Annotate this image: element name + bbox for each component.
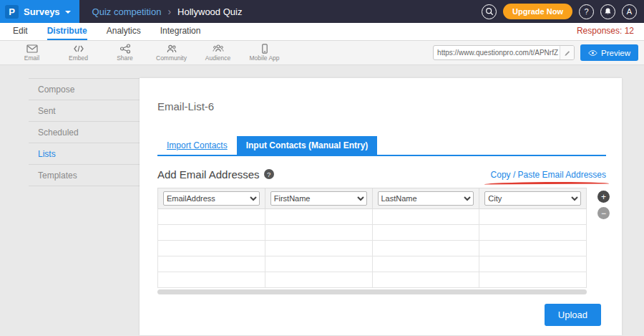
sidebar-item-templates[interactable]: Templates	[29, 165, 140, 186]
tool-share[interactable]: Share	[102, 44, 148, 62]
tool-label: Email	[24, 54, 39, 62]
survey-navbar: Edit Distribute Analytics Integration Re…	[0, 23, 644, 41]
contact-cell[interactable]	[265, 209, 372, 225]
contact-cell[interactable]	[372, 256, 479, 272]
table-row	[158, 209, 587, 225]
annotation-underline	[484, 181, 609, 184]
table-row	[158, 241, 587, 256]
copy-paste-link[interactable]: Copy / Paste Email Addresses	[491, 170, 606, 180]
help-icon[interactable]: ?	[264, 169, 274, 179]
add-column-button[interactable]: +	[597, 191, 610, 203]
table-row	[158, 256, 587, 272]
row-controls: + −	[597, 188, 610, 219]
contact-cell[interactable]	[158, 256, 265, 272]
contact-cell[interactable]	[479, 225, 587, 241]
column-select-lastname[interactable]: LastName	[378, 191, 474, 206]
upload-row: Upload	[545, 304, 601, 326]
remove-column-button[interactable]: −	[597, 207, 610, 219]
contact-cell[interactable]	[479, 256, 587, 272]
contact-cell[interactable]	[265, 256, 372, 272]
preview-button[interactable]: Preview	[580, 44, 638, 61]
tab-integration[interactable]: Integration	[160, 26, 201, 40]
tab-analytics[interactable]: Analytics	[107, 26, 141, 40]
contact-cell[interactable]	[479, 241, 587, 256]
sidebar-item-sent[interactable]: Sent	[29, 100, 140, 122]
contacts-table-area: EmailAddress FirstName LastName City	[157, 188, 606, 294]
tool-community[interactable]: Community	[148, 44, 195, 62]
contact-cell[interactable]	[265, 272, 372, 288]
surveys-menu[interactable]: P Surveys	[0, 0, 79, 23]
product-name: Surveys	[24, 6, 60, 17]
column-mapping-row: EmailAddress FirstName LastName City	[158, 188, 587, 209]
toolbar-right: https://www.questionpro.com/t/APNrfZ Pre…	[433, 44, 644, 61]
breadcrumb: Quiz competition › Hollywood Quiz	[92, 6, 243, 17]
bell-icon	[604, 7, 612, 16]
sidebar-item-scheduled[interactable]: Scheduled	[29, 122, 140, 143]
tool-label: Share	[117, 54, 133, 62]
tool-email[interactable]: Email	[9, 44, 55, 62]
help-button[interactable]: ?	[579, 4, 594, 19]
breadcrumb-current: Hollywood Quiz	[177, 6, 242, 17]
upgrade-button[interactable]: Upgrade Now	[503, 4, 572, 19]
contact-cell[interactable]	[372, 241, 479, 256]
breadcrumb-separator: ›	[167, 6, 171, 17]
contact-cell[interactable]	[372, 272, 479, 288]
tab-input-contacts-manual[interactable]: Input Contacts (Manual Entry)	[237, 136, 378, 155]
column-select-email[interactable]: EmailAddress	[163, 191, 260, 206]
contact-cell[interactable]	[265, 241, 372, 256]
tool-embed[interactable]: Embed	[55, 44, 102, 62]
contact-cell[interactable]	[479, 272, 587, 288]
embed-icon	[73, 44, 84, 54]
search-button[interactable]	[482, 4, 497, 19]
chevron-down-icon	[65, 11, 71, 14]
contact-cell[interactable]	[158, 209, 265, 225]
column-select-city[interactable]: City	[484, 191, 581, 206]
column-select-firstname[interactable]: FirstName	[270, 191, 367, 206]
edit-url-button[interactable]	[560, 46, 574, 59]
contact-cell[interactable]	[479, 209, 587, 225]
sidebar-item-compose[interactable]: Compose	[29, 79, 140, 100]
tool-label: Mobile App	[249, 54, 279, 62]
content-area: Compose Sent Scheduled Lists Templates E…	[0, 65, 644, 335]
contact-cell[interactable]	[158, 225, 265, 241]
breadcrumb-survey-link[interactable]: Quiz competition	[92, 6, 162, 17]
contact-cell[interactable]	[158, 272, 265, 288]
email-icon	[26, 44, 38, 54]
lists-panel: Email-List-6 Import Contacts Input Conta…	[140, 78, 622, 335]
eye-icon	[588, 49, 597, 57]
contacts-tabs: Import Contacts Input Contacts (Manual E…	[157, 136, 606, 156]
contact-cell[interactable]	[265, 225, 372, 241]
avatar[interactable]: A	[622, 4, 637, 19]
contacts-table: EmailAddress FirstName LastName City	[157, 188, 587, 288]
page-title: Email-List-6	[157, 78, 606, 112]
notifications-button[interactable]	[600, 4, 615, 19]
contact-cell[interactable]	[372, 209, 479, 225]
survey-url-box: https://www.questionpro.com/t/APNrfZ	[433, 45, 575, 60]
tab-edit[interactable]: Edit	[13, 26, 28, 40]
tool-label: Community	[156, 54, 187, 62]
tool-label: Audience	[205, 54, 230, 62]
tool-audience[interactable]: Audience	[195, 44, 241, 62]
audience-icon	[213, 44, 224, 54]
preview-label: Preview	[601, 49, 630, 57]
survey-url[interactable]: https://www.questionpro.com/t/APNrfZ	[434, 49, 560, 57]
tab-distribute[interactable]: Distribute	[47, 26, 87, 40]
pencil-icon	[564, 49, 571, 57]
contact-cell[interactable]	[372, 225, 479, 241]
tab-import-contacts[interactable]: Import Contacts	[157, 136, 237, 155]
contact-cell[interactable]	[158, 241, 265, 256]
distribute-toolbar: Email Embed Share Community Audience Mob…	[0, 41, 644, 65]
responses-count[interactable]: Responses: 12	[577, 26, 634, 40]
section-title: Add Email Addresses	[157, 168, 260, 181]
email-sidebar: Compose Sent Scheduled Lists Templates	[29, 78, 140, 186]
mobile-app-icon	[259, 44, 270, 54]
tool-mobile-app[interactable]: Mobile App	[241, 44, 288, 62]
share-icon	[119, 44, 131, 54]
upload-button[interactable]: Upload	[545, 304, 601, 326]
sidebar-item-lists[interactable]: Lists	[29, 143, 140, 165]
table-scrollbar[interactable]	[157, 289, 587, 294]
topbar: P Surveys Quiz competition › Hollywood Q…	[0, 0, 644, 23]
tool-label: Embed	[69, 54, 88, 62]
section-header: Add Email Addresses ? Copy / Paste Email…	[157, 168, 606, 181]
search-icon	[485, 7, 494, 16]
